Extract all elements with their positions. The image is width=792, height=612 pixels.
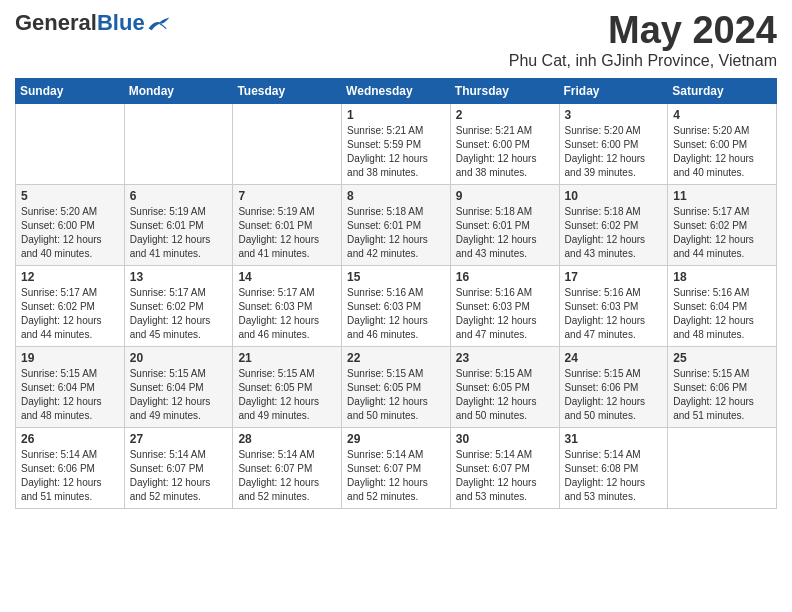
- day-number: 18: [673, 270, 771, 284]
- day-info: Sunrise: 5:16 AMSunset: 6:03 PMDaylight:…: [347, 286, 445, 342]
- day-info: Sunrise: 5:21 AMSunset: 6:00 PMDaylight:…: [456, 124, 554, 180]
- calendar-cell-15: 15Sunrise: 5:16 AMSunset: 6:03 PMDayligh…: [342, 265, 451, 346]
- day-info: Sunrise: 5:18 AMSunset: 6:01 PMDaylight:…: [347, 205, 445, 261]
- day-number: 21: [238, 351, 336, 365]
- calendar-week-3: 12Sunrise: 5:17 AMSunset: 6:02 PMDayligh…: [16, 265, 777, 346]
- day-info: Sunrise: 5:15 AMSunset: 6:05 PMDaylight:…: [456, 367, 554, 423]
- day-number: 20: [130, 351, 228, 365]
- logo: General Blue: [15, 10, 171, 36]
- calendar-cell-26: 26Sunrise: 5:14 AMSunset: 6:06 PMDayligh…: [16, 427, 125, 508]
- day-info: Sunrise: 5:17 AMSunset: 6:02 PMDaylight:…: [673, 205, 771, 261]
- day-number: 4: [673, 108, 771, 122]
- day-info: Sunrise: 5:14 AMSunset: 6:07 PMDaylight:…: [347, 448, 445, 504]
- calendar-cell-31: 31Sunrise: 5:14 AMSunset: 6:08 PMDayligh…: [559, 427, 668, 508]
- calendar-cell-13: 13Sunrise: 5:17 AMSunset: 6:02 PMDayligh…: [124, 265, 233, 346]
- calendar-week-1: 1Sunrise: 5:21 AMSunset: 5:59 PMDaylight…: [16, 103, 777, 184]
- day-info: Sunrise: 5:14 AMSunset: 6:07 PMDaylight:…: [238, 448, 336, 504]
- calendar-cell-empty: [124, 103, 233, 184]
- location-text: Phu Cat, inh GJinh Province, Vietnam: [509, 52, 777, 70]
- day-number: 17: [565, 270, 663, 284]
- day-number: 28: [238, 432, 336, 446]
- calendar-cell-1: 1Sunrise: 5:21 AMSunset: 5:59 PMDaylight…: [342, 103, 451, 184]
- calendar-header-row: SundayMondayTuesdayWednesdayThursdayFrid…: [16, 78, 777, 103]
- day-info: Sunrise: 5:17 AMSunset: 6:03 PMDaylight:…: [238, 286, 336, 342]
- day-number: 3: [565, 108, 663, 122]
- day-info: Sunrise: 5:14 AMSunset: 6:06 PMDaylight:…: [21, 448, 119, 504]
- col-header-friday: Friday: [559, 78, 668, 103]
- calendar-cell-11: 11Sunrise: 5:17 AMSunset: 6:02 PMDayligh…: [668, 184, 777, 265]
- day-number: 29: [347, 432, 445, 446]
- day-info: Sunrise: 5:20 AMSunset: 6:00 PMDaylight:…: [21, 205, 119, 261]
- day-number: 15: [347, 270, 445, 284]
- day-number: 27: [130, 432, 228, 446]
- calendar-cell-12: 12Sunrise: 5:17 AMSunset: 6:02 PMDayligh…: [16, 265, 125, 346]
- day-info: Sunrise: 5:15 AMSunset: 6:05 PMDaylight:…: [238, 367, 336, 423]
- col-header-monday: Monday: [124, 78, 233, 103]
- day-info: Sunrise: 5:14 AMSunset: 6:07 PMDaylight:…: [456, 448, 554, 504]
- calendar-cell-19: 19Sunrise: 5:15 AMSunset: 6:04 PMDayligh…: [16, 346, 125, 427]
- day-number: 19: [21, 351, 119, 365]
- day-number: 9: [456, 189, 554, 203]
- calendar-cell-20: 20Sunrise: 5:15 AMSunset: 6:04 PMDayligh…: [124, 346, 233, 427]
- day-info: Sunrise: 5:16 AMSunset: 6:03 PMDaylight:…: [565, 286, 663, 342]
- calendar-cell-17: 17Sunrise: 5:16 AMSunset: 6:03 PMDayligh…: [559, 265, 668, 346]
- day-info: Sunrise: 5:19 AMSunset: 6:01 PMDaylight:…: [238, 205, 336, 261]
- day-number: 30: [456, 432, 554, 446]
- day-info: Sunrise: 5:14 AMSunset: 6:08 PMDaylight:…: [565, 448, 663, 504]
- day-info: Sunrise: 5:19 AMSunset: 6:01 PMDaylight:…: [130, 205, 228, 261]
- day-info: Sunrise: 5:21 AMSunset: 5:59 PMDaylight:…: [347, 124, 445, 180]
- calendar-week-5: 26Sunrise: 5:14 AMSunset: 6:06 PMDayligh…: [16, 427, 777, 508]
- logo-blue-text: Blue: [97, 10, 145, 36]
- col-header-wednesday: Wednesday: [342, 78, 451, 103]
- day-info: Sunrise: 5:17 AMSunset: 6:02 PMDaylight:…: [130, 286, 228, 342]
- day-info: Sunrise: 5:15 AMSunset: 6:04 PMDaylight:…: [21, 367, 119, 423]
- day-number: 10: [565, 189, 663, 203]
- day-info: Sunrise: 5:18 AMSunset: 6:01 PMDaylight:…: [456, 205, 554, 261]
- calendar-cell-8: 8Sunrise: 5:18 AMSunset: 6:01 PMDaylight…: [342, 184, 451, 265]
- day-number: 13: [130, 270, 228, 284]
- calendar-cell-3: 3Sunrise: 5:20 AMSunset: 6:00 PMDaylight…: [559, 103, 668, 184]
- calendar-cell-4: 4Sunrise: 5:20 AMSunset: 6:00 PMDaylight…: [668, 103, 777, 184]
- calendar-cell-27: 27Sunrise: 5:14 AMSunset: 6:07 PMDayligh…: [124, 427, 233, 508]
- day-number: 16: [456, 270, 554, 284]
- calendar-cell-6: 6Sunrise: 5:19 AMSunset: 6:01 PMDaylight…: [124, 184, 233, 265]
- day-number: 14: [238, 270, 336, 284]
- calendar-cell-29: 29Sunrise: 5:14 AMSunset: 6:07 PMDayligh…: [342, 427, 451, 508]
- calendar-cell-22: 22Sunrise: 5:15 AMSunset: 6:05 PMDayligh…: [342, 346, 451, 427]
- day-info: Sunrise: 5:17 AMSunset: 6:02 PMDaylight:…: [21, 286, 119, 342]
- page-header: General Blue May 2024 Phu Cat, inh GJinh…: [15, 10, 777, 70]
- calendar-cell-28: 28Sunrise: 5:14 AMSunset: 6:07 PMDayligh…: [233, 427, 342, 508]
- col-header-saturday: Saturday: [668, 78, 777, 103]
- day-number: 5: [21, 189, 119, 203]
- calendar-cell-5: 5Sunrise: 5:20 AMSunset: 6:00 PMDaylight…: [16, 184, 125, 265]
- col-header-thursday: Thursday: [450, 78, 559, 103]
- col-header-sunday: Sunday: [16, 78, 125, 103]
- day-number: 25: [673, 351, 771, 365]
- day-info: Sunrise: 5:15 AMSunset: 6:06 PMDaylight:…: [673, 367, 771, 423]
- day-number: 7: [238, 189, 336, 203]
- calendar-cell-empty: [668, 427, 777, 508]
- calendar-cell-7: 7Sunrise: 5:19 AMSunset: 6:01 PMDaylight…: [233, 184, 342, 265]
- day-number: 1: [347, 108, 445, 122]
- month-year-title: May 2024: [509, 10, 777, 52]
- calendar-cell-empty: [16, 103, 125, 184]
- day-number: 11: [673, 189, 771, 203]
- day-info: Sunrise: 5:18 AMSunset: 6:02 PMDaylight:…: [565, 205, 663, 261]
- day-info: Sunrise: 5:15 AMSunset: 6:06 PMDaylight:…: [565, 367, 663, 423]
- day-number: 12: [21, 270, 119, 284]
- calendar-cell-30: 30Sunrise: 5:14 AMSunset: 6:07 PMDayligh…: [450, 427, 559, 508]
- day-info: Sunrise: 5:20 AMSunset: 6:00 PMDaylight:…: [673, 124, 771, 180]
- calendar-cell-9: 9Sunrise: 5:18 AMSunset: 6:01 PMDaylight…: [450, 184, 559, 265]
- day-info: Sunrise: 5:16 AMSunset: 6:04 PMDaylight:…: [673, 286, 771, 342]
- calendar-cell-10: 10Sunrise: 5:18 AMSunset: 6:02 PMDayligh…: [559, 184, 668, 265]
- calendar-cell-18: 18Sunrise: 5:16 AMSunset: 6:04 PMDayligh…: [668, 265, 777, 346]
- day-number: 23: [456, 351, 554, 365]
- col-header-tuesday: Tuesday: [233, 78, 342, 103]
- day-info: Sunrise: 5:20 AMSunset: 6:00 PMDaylight:…: [565, 124, 663, 180]
- day-info: Sunrise: 5:15 AMSunset: 6:05 PMDaylight:…: [347, 367, 445, 423]
- calendar-cell-21: 21Sunrise: 5:15 AMSunset: 6:05 PMDayligh…: [233, 346, 342, 427]
- day-number: 2: [456, 108, 554, 122]
- calendar-cell-empty: [233, 103, 342, 184]
- calendar-week-2: 5Sunrise: 5:20 AMSunset: 6:00 PMDaylight…: [16, 184, 777, 265]
- calendar-cell-14: 14Sunrise: 5:17 AMSunset: 6:03 PMDayligh…: [233, 265, 342, 346]
